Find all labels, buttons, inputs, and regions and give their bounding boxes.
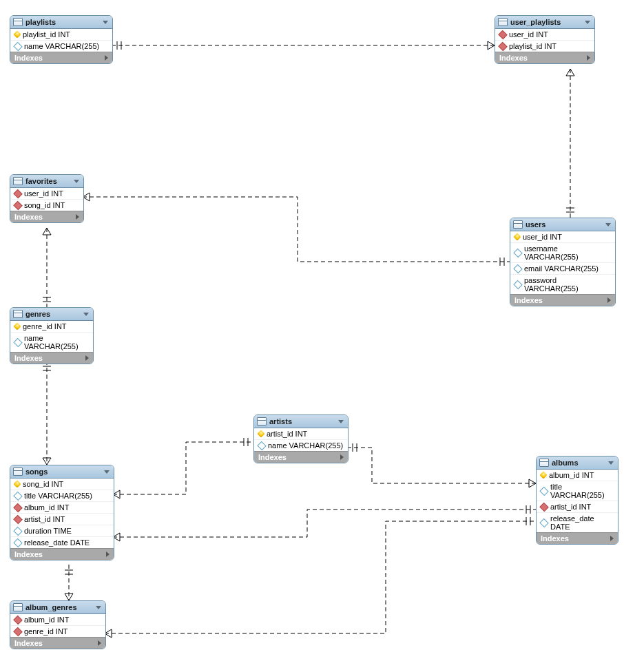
entity-songs[interactable]: songssong_id INTtitle VARCHAR(255)album_… <box>10 465 114 560</box>
field-row[interactable]: release_date DATE <box>10 536 114 548</box>
entity-header[interactable]: artists <box>254 415 348 428</box>
expand-triangle-icon[interactable] <box>607 297 611 303</box>
expand-triangle-icon[interactable] <box>76 214 79 220</box>
entity-playlists[interactable]: playlistsplaylist_id INTname VARCHAR(255… <box>10 15 113 64</box>
indexes-label: Indexes <box>14 54 43 62</box>
field-label: user_id INT <box>523 233 562 241</box>
expand-triangle-icon[interactable] <box>85 355 89 361</box>
svg-line-26 <box>43 458 47 465</box>
indexes-row[interactable]: Indexes <box>10 637 105 649</box>
field-row[interactable]: genre_id INT <box>10 625 105 637</box>
collapse-triangle-icon[interactable] <box>103 21 108 24</box>
field-label: name VARCHAR(255) <box>268 441 343 450</box>
field-row[interactable]: release_date DATE <box>537 512 618 532</box>
entity-title: artists <box>269 417 292 426</box>
collapse-triangle-icon[interactable] <box>104 470 110 474</box>
field-row[interactable]: username VARCHAR(255) <box>510 242 615 262</box>
primary-key-icon <box>539 471 547 479</box>
indexes-row[interactable]: Indexes <box>10 548 114 560</box>
field-row[interactable]: genre_id INT <box>10 321 93 332</box>
field-row[interactable]: user_id INT <box>10 188 83 199</box>
entity-header[interactable]: users <box>510 218 615 231</box>
field-row[interactable]: title VARCHAR(255) <box>537 481 618 501</box>
indexes-label: Indexes <box>14 213 43 221</box>
entity-header[interactable]: playlists <box>10 16 112 29</box>
entity-albums[interactable]: albumsalbum_id INTtitle VARCHAR(255)arti… <box>536 456 618 545</box>
entity-users[interactable]: usersuser_id INTusername VARCHAR(255)ema… <box>510 218 616 306</box>
attribute-icon <box>13 337 22 346</box>
attribute-icon <box>513 264 522 273</box>
entity-header[interactable]: albums <box>537 456 618 470</box>
field-row[interactable]: song_id INT <box>10 479 114 490</box>
collapse-triangle-icon[interactable] <box>605 223 611 227</box>
entity-header[interactable]: genres <box>10 308 93 321</box>
field-label: release_date DATE <box>550 514 614 531</box>
indexes-label: Indexes <box>14 639 43 647</box>
entity-title: users <box>526 220 545 229</box>
field-row[interactable]: album_id INT <box>537 470 618 481</box>
indexes-row[interactable]: Indexes <box>10 352 93 364</box>
foreign-key-icon <box>13 503 22 512</box>
primary-key-icon <box>257 430 264 437</box>
field-row[interactable]: name VARCHAR(255) <box>254 439 348 451</box>
field-row[interactable]: artist_id INT <box>537 501 618 512</box>
entity-header[interactable]: favorites <box>10 175 83 188</box>
field-label: title VARCHAR(255) <box>550 483 614 499</box>
table-icon <box>13 468 23 476</box>
field-row[interactable]: song_id INT <box>10 199 83 211</box>
indexes-row[interactable]: Indexes <box>537 532 618 544</box>
entity-album_genres[interactable]: album_genresalbum_id INTgenre_id INTInde… <box>10 600 106 649</box>
field-row[interactable]: user_id INT <box>495 29 594 40</box>
field-row[interactable]: artist_id INT <box>254 428 348 439</box>
entity-body: user_id INTplaylist_id INT <box>495 29 594 52</box>
expand-triangle-icon[interactable] <box>587 55 590 61</box>
field-label: song_id INT <box>24 201 65 209</box>
svg-line-27 <box>47 458 51 465</box>
attribute-icon <box>539 486 548 495</box>
entity-user_playlists[interactable]: user_playlistsuser_id INTplaylist_id INT… <box>495 15 595 64</box>
collapse-triangle-icon[interactable] <box>96 606 101 609</box>
er-diagram-canvas: playlistsplaylist_id INTname VARCHAR(255… <box>0 0 624 672</box>
expand-triangle-icon[interactable] <box>98 640 101 646</box>
field-row[interactable]: playlist_id INT <box>495 40 594 52</box>
indexes-row[interactable]: Indexes <box>510 294 615 306</box>
collapse-triangle-icon[interactable] <box>338 420 344 423</box>
expand-triangle-icon[interactable] <box>610 536 614 541</box>
indexes-row[interactable]: Indexes <box>254 451 348 463</box>
field-row[interactable]: title VARCHAR(255) <box>10 490 114 501</box>
collapse-triangle-icon[interactable] <box>608 461 614 465</box>
indexes-row[interactable]: Indexes <box>10 52 112 63</box>
expand-triangle-icon[interactable] <box>340 454 344 460</box>
field-row[interactable]: email VARCHAR(255) <box>510 262 615 274</box>
entity-header[interactable]: user_playlists <box>495 16 594 29</box>
entity-artists[interactable]: artistsartist_id INTname VARCHAR(255)Ind… <box>253 414 349 463</box>
field-row[interactable]: playlist_id INT <box>10 29 112 40</box>
svg-line-34 <box>529 479 536 483</box>
field-row[interactable]: password VARCHAR(255) <box>510 274 615 294</box>
indexes-row[interactable]: Indexes <box>495 52 594 63</box>
entity-header[interactable]: album_genres <box>10 601 105 614</box>
entity-genres[interactable]: genresgenre_id INTname VARCHAR(255)Index… <box>10 307 94 364</box>
svg-line-47 <box>65 594 69 600</box>
field-row[interactable]: album_id INT <box>10 501 114 513</box>
field-row[interactable]: name VARCHAR(255) <box>10 332 93 352</box>
svg-line-7 <box>566 69 570 76</box>
field-row[interactable]: artist_id INT <box>10 513 114 525</box>
field-label: album_id INT <box>24 616 69 624</box>
indexes-row[interactable]: Indexes <box>10 211 83 222</box>
field-row[interactable]: user_id INT <box>510 231 615 242</box>
entity-favorites[interactable]: favoritesuser_id INTsong_id INTIndexes <box>10 174 84 223</box>
field-label: genre_id INT <box>23 322 67 330</box>
field-row[interactable]: duration TIME <box>10 525 114 536</box>
expand-triangle-icon[interactable] <box>106 552 110 557</box>
field-row[interactable]: album_id INT <box>10 614 105 625</box>
expand-triangle-icon[interactable] <box>105 55 108 61</box>
indexes-label: Indexes <box>14 550 43 558</box>
collapse-triangle-icon[interactable] <box>585 21 590 24</box>
entity-body: genre_id INTname VARCHAR(255) <box>10 321 93 352</box>
field-row[interactable]: name VARCHAR(255) <box>10 40 112 52</box>
entity-header[interactable]: songs <box>10 465 114 479</box>
entity-body: album_id INTgenre_id INT <box>10 614 105 637</box>
collapse-triangle-icon[interactable] <box>74 180 79 183</box>
collapse-triangle-icon[interactable] <box>83 313 89 316</box>
